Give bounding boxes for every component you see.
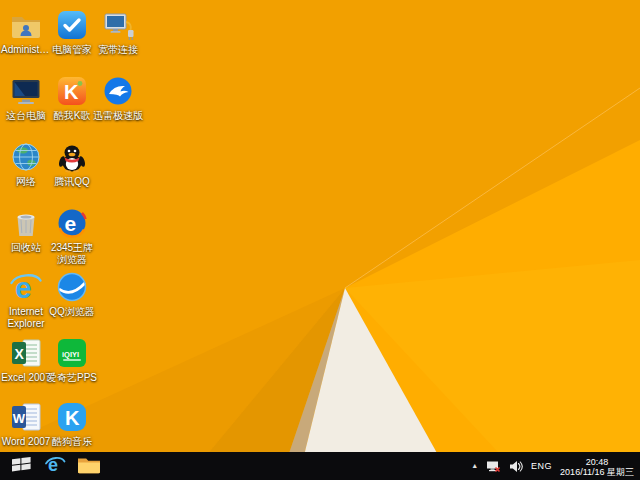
shield-check-icon — [55, 8, 89, 42]
desktop-icon-excel-2007[interactable]: X Excel 2007 — [0, 336, 52, 384]
iqiyi-icon: iQIYI — [55, 336, 89, 370]
desktop-icon-internet-explorer[interactable]: e Internet Explorer — [0, 270, 52, 330]
desktop-icon-broadband[interactable]: 宽带连接 — [92, 8, 144, 56]
taskbar-ie-button[interactable]: e — [38, 452, 72, 480]
icon-label: Internet Explorer — [0, 306, 52, 330]
taskbar-file-explorer-button[interactable] — [72, 452, 106, 480]
qq-browser-icon — [55, 270, 89, 304]
icon-label: 回收站 — [0, 242, 52, 254]
desktop-icon-kugou[interactable]: K 酷狗音乐 — [46, 400, 98, 448]
k-glyph: K — [65, 407, 80, 429]
k-glyph: K — [64, 81, 79, 103]
k-music-icon: K — [55, 74, 89, 108]
icon-label: 迅雷极速版 — [92, 110, 144, 122]
desktop-icon-thunder[interactable]: 迅雷极速版 — [92, 74, 144, 122]
recycle-bin-icon — [9, 206, 43, 240]
clock-time: 20:48 — [560, 457, 634, 467]
icon-label: 2345王牌浏览器 — [46, 242, 98, 266]
user-folder-icon — [9, 8, 43, 42]
ie-icon: e — [9, 270, 43, 304]
iqiyi-glyph: iQIYI — [62, 350, 79, 359]
desktop-icon-administrator[interactable]: Administrator — [0, 8, 52, 56]
start-button[interactable] — [4, 452, 38, 480]
desktop-icon-word-2007[interactable]: W Word 2007 — [0, 400, 52, 448]
computer-icon — [9, 74, 43, 108]
broadband-connection-icon — [101, 8, 135, 42]
network-tray-icon[interactable] — [486, 452, 501, 480]
icon-label: 酷我K歌 — [46, 110, 98, 122]
excel-icon: X — [9, 336, 43, 370]
system-tray: ▲ ENG 20:48 2016/11/16 星期三 — [463, 452, 640, 480]
volume-tray-icon[interactable] — [509, 452, 523, 480]
ie-icon: e — [44, 454, 66, 478]
clock-date: 2016/11/16 星期三 — [560, 467, 634, 477]
desktop-icon-2345-browser[interactable]: e 2345王牌浏览器 — [46, 206, 98, 266]
icon-label: Administrator — [0, 44, 52, 56]
desktop-icon-this-pc[interactable]: 这台电脑 — [0, 74, 52, 122]
language-indicator[interactable]: ENG — [531, 461, 552, 471]
desktop: Administrator 这台电脑 网络 — [0, 0, 640, 452]
desktop-icon-recycle-bin[interactable]: 回收站 — [0, 206, 52, 254]
icon-label: QQ浏览器 — [46, 306, 98, 318]
excel-glyph: X — [15, 346, 25, 362]
desktop-icon-network[interactable]: 网络 — [0, 140, 52, 188]
icon-label: 网络 — [0, 176, 52, 188]
taskbar-clock[interactable]: 20:48 2016/11/16 星期三 — [560, 456, 634, 477]
icon-label: 电脑管家 — [46, 44, 98, 56]
icon-label: 宽带连接 — [92, 44, 144, 56]
desktop-icon-qq-browser[interactable]: QQ浏览器 — [46, 270, 98, 318]
taskbar-left: e — [0, 452, 106, 480]
e-glyph: e — [65, 212, 77, 235]
folder-icon — [77, 455, 101, 478]
browser-e-icon: e — [55, 206, 89, 240]
taskbar: e ▲ — [0, 452, 640, 480]
icon-label: 腾讯QQ — [46, 176, 98, 188]
globe-icon — [9, 140, 43, 174]
icon-label: 酷狗音乐 — [46, 436, 98, 448]
icon-label: 这台电脑 — [0, 110, 52, 122]
icon-label: 爱奇艺PPS — [46, 372, 98, 384]
desktop-icon-kuwo-kge[interactable]: K 酷我K歌 — [46, 74, 98, 122]
desktop-icon-tencent-qq[interactable]: 腾讯QQ — [46, 140, 98, 188]
word-icon: W — [9, 400, 43, 434]
windows-logo-icon — [12, 456, 31, 476]
hidden-icons-button[interactable]: ▲ — [471, 452, 478, 480]
word-glyph: W — [13, 411, 26, 426]
icon-label: Excel 2007 — [0, 372, 52, 384]
icon-label: Word 2007 — [0, 436, 52, 448]
qq-penguin-icon — [55, 140, 89, 174]
thunder-bird-icon — [101, 74, 135, 108]
desktop-icon-iqiyi-pps[interactable]: iQIYI 爱奇艺PPS — [46, 336, 98, 384]
desktop-icon-pc-manager[interactable]: 电脑管家 — [46, 8, 98, 56]
kugou-k-icon: K — [55, 400, 89, 434]
